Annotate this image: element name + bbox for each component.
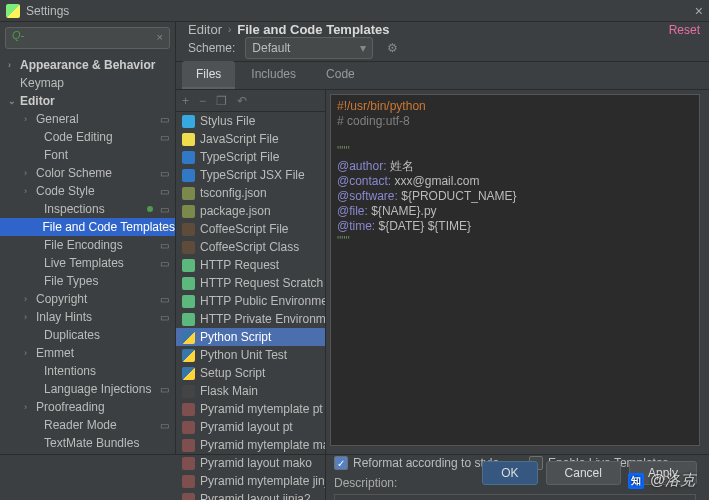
file-type-icon [182, 241, 195, 254]
scheme-label: Scheme: [188, 41, 235, 55]
sidebar-item-general[interactable]: ›General▭ [0, 110, 175, 128]
template-item-typescript-file[interactable]: TypeScript File [176, 148, 325, 166]
template-item-coffeescript-class[interactable]: CoffeeScript Class [176, 238, 325, 256]
chevron-right-icon: › [228, 24, 231, 35]
template-item-package-json[interactable]: package.json [176, 202, 325, 220]
template-item-coffeescript-file[interactable]: CoffeeScript File [176, 220, 325, 238]
code-editor[interactable]: #!/usr/bin/python # coding:utf-8 """ @au… [330, 94, 700, 446]
file-type-icon [182, 133, 195, 146]
project-gear-icon: ▭ [160, 312, 169, 323]
template-item-stylus-file[interactable]: Stylus File [176, 112, 325, 130]
template-list: Stylus FileJavaScript FileTypeScript Fil… [176, 112, 325, 500]
reformat-checkbox[interactable]: ✓Reformat according to style [334, 456, 499, 470]
template-toolbar: + − ❐ ↶ [176, 90, 325, 112]
template-item-python-script[interactable]: Python Script [176, 328, 325, 346]
gear-icon[interactable]: ⚙ [387, 41, 398, 55]
chevron-icon: › [24, 294, 36, 304]
chevron-icon: › [24, 348, 36, 358]
sidebar-item-file-types[interactable]: File Types [0, 272, 175, 290]
clear-search-icon[interactable]: × [157, 31, 163, 43]
copy-icon[interactable]: ❐ [216, 94, 227, 108]
breadcrumb-leaf: File and Code Templates [237, 22, 389, 37]
sidebar-item-copyright[interactable]: ›Copyright▭ [0, 290, 175, 308]
template-item-pyramid-layout-mako[interactable]: Pyramid layout mako [176, 454, 325, 472]
sidebar-item-inlay-hints[interactable]: ›Inlay Hints▭ [0, 308, 175, 326]
sidebar-item-keymap[interactable]: Keymap [0, 74, 175, 92]
revert-icon[interactable]: ↶ [237, 94, 247, 108]
breadcrumb-root[interactable]: Editor [188, 22, 222, 37]
template-item-http-request-scratch[interactable]: HTTP Request Scratch [176, 274, 325, 292]
sidebar-item-textmate-bundles[interactable]: TextMate Bundles [0, 434, 175, 452]
search-input[interactable]: Q- × [5, 27, 170, 49]
scheme-select[interactable]: Default ▾ [245, 37, 373, 59]
template-item-http-public-environment-file[interactable]: HTTP Public Environment File [176, 292, 325, 310]
tab-files[interactable]: Files [182, 61, 235, 89]
chevron-icon: ⌄ [8, 96, 20, 106]
sidebar-item-file-and-code-templates[interactable]: File and Code Templates▭ [0, 218, 175, 236]
titlebar: Settings × [0, 0, 709, 22]
sidebar-item-font[interactable]: Font [0, 146, 175, 164]
template-item-pyramid-mytemplate-pt[interactable]: Pyramid mytemplate pt [176, 400, 325, 418]
sidebar-item-editor[interactable]: ⌄Editor [0, 92, 175, 110]
template-item-tsconfig-json[interactable]: tsconfig.json [176, 184, 325, 202]
description-box: Apache Velocity template language is use… [334, 494, 696, 500]
template-item-http-private-environment-file[interactable]: HTTP Private Environment File [176, 310, 325, 328]
close-icon[interactable]: × [695, 3, 703, 19]
chevron-icon: › [24, 114, 36, 124]
modified-dot-icon [147, 206, 153, 212]
tab-includes[interactable]: Includes [237, 61, 310, 89]
template-item-flask-main[interactable]: Flask Main [176, 382, 325, 400]
project-gear-icon: ▭ [160, 222, 169, 233]
template-item-pyramid-layout-jinja2[interactable]: Pyramid layout jinja2 [176, 490, 325, 500]
sidebar-item-intentions[interactable]: Intentions [0, 362, 175, 380]
sidebar-item-duplicates[interactable]: Duplicates [0, 326, 175, 344]
sidebar-item-color-scheme[interactable]: ›Color Scheme▭ [0, 164, 175, 182]
file-type-icon [182, 169, 195, 182]
sidebar-item-todo[interactable]: TODO [0, 452, 175, 454]
file-type-icon [182, 349, 195, 362]
search-placeholder: Q- [12, 29, 24, 41]
window-title: Settings [26, 4, 69, 18]
sidebar-item-proofreading[interactable]: ›Proofreading [0, 398, 175, 416]
file-type-icon [182, 295, 195, 308]
apply-button[interactable]: Apply [629, 461, 697, 485]
sidebar-item-appearance-behavior[interactable]: ›Appearance & Behavior [0, 56, 175, 74]
template-item-setup-script[interactable]: Setup Script [176, 364, 325, 382]
template-item-pyramid-mytemplate-mako[interactable]: Pyramid mytemplate mako [176, 436, 325, 454]
scheme-value: Default [252, 41, 290, 55]
chevron-icon: › [24, 402, 36, 412]
ok-button[interactable]: OK [482, 461, 537, 485]
template-item-http-request[interactable]: HTTP Request [176, 256, 325, 274]
file-type-icon [182, 223, 195, 236]
reset-link[interactable]: Reset [669, 23, 700, 37]
template-item-javascript-file[interactable]: JavaScript File [176, 130, 325, 148]
sidebar-item-emmet[interactable]: ›Emmet [0, 344, 175, 362]
sidebar-item-file-encodings[interactable]: File Encodings▭ [0, 236, 175, 254]
sidebar-item-code-style[interactable]: ›Code Style▭ [0, 182, 175, 200]
project-gear-icon: ▭ [160, 258, 169, 269]
sidebar-item-live-templates[interactable]: Live Templates▭ [0, 254, 175, 272]
sidebar: Q- × ›Appearance & BehaviorKeymap⌄Editor… [0, 22, 176, 454]
tab-code[interactable]: Code [312, 61, 369, 89]
sidebar-item-reader-mode[interactable]: Reader Mode▭ [0, 416, 175, 434]
main-panel: Editor › File and Code Templates Reset S… [176, 22, 709, 454]
sidebar-item-code-editing[interactable]: Code Editing▭ [0, 128, 175, 146]
cancel-button[interactable]: Cancel [546, 461, 621, 485]
file-type-icon [182, 475, 195, 488]
sidebar-item-language-injections[interactable]: Language Injections▭ [0, 380, 175, 398]
template-item-pyramid-mytemplate-jinja2[interactable]: Pyramid mytemplate jinja2 [176, 472, 325, 490]
template-item-typescript-jsx-file[interactable]: TypeScript JSX File [176, 166, 325, 184]
editor-pane: #!/usr/bin/python # coding:utf-8 """ @au… [326, 90, 709, 500]
file-type-icon [182, 331, 195, 344]
sidebar-item-inspections[interactable]: Inspections▭ [0, 200, 175, 218]
remove-icon[interactable]: − [199, 94, 206, 108]
chevron-icon: › [24, 168, 36, 178]
chevron-icon: › [24, 186, 36, 196]
file-type-icon [182, 259, 195, 272]
breadcrumb: Editor › File and Code Templates [188, 22, 390, 37]
add-icon[interactable]: + [182, 94, 189, 108]
template-item-python-unit-test[interactable]: Python Unit Test [176, 346, 325, 364]
chevron-down-icon: ▾ [360, 41, 366, 55]
template-item-pyramid-layout-pt[interactable]: Pyramid layout pt [176, 418, 325, 436]
project-gear-icon: ▭ [160, 384, 169, 395]
